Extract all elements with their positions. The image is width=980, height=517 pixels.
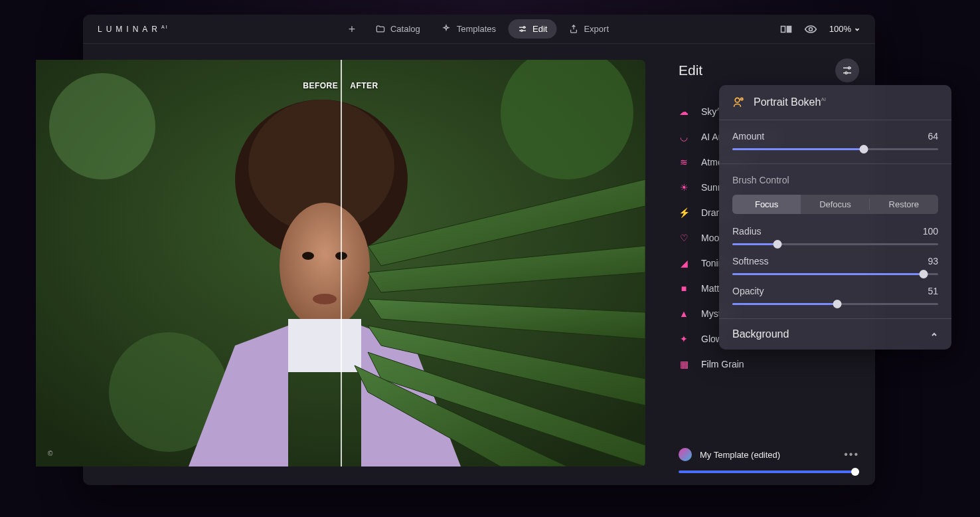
triangle-icon: ▲ [679, 308, 689, 319]
portrait-bokeh-panel: Portrait BokehAI Amount64 Brush Control … [719, 85, 951, 350]
svg-point-18 [735, 98, 740, 102]
radius-label: Radius [732, 226, 762, 237]
edit-tab[interactable]: Edit [508, 19, 556, 39]
svg-rect-2 [781, 26, 785, 32]
svg-point-11 [280, 203, 370, 329]
tool-label: Sky [701, 106, 716, 117]
plus-icon [347, 24, 357, 34]
segment-defocus[interactable]: Defocus [801, 195, 869, 214]
waves-icon: ≋ [679, 157, 689, 167]
rainbow-icon: ◡ [679, 132, 689, 142]
template-intensity-slider[interactable] [679, 470, 859, 473]
radius-slider[interactable]: Radius100 [732, 226, 938, 245]
tool-label: Film Grain [701, 359, 744, 369]
add-button[interactable] [340, 19, 363, 39]
folder-icon [375, 24, 385, 34]
export-tab[interactable]: Export [559, 19, 618, 39]
bucket-icon: ◢ [679, 258, 689, 268]
sun-icon: ☀ [679, 182, 689, 193]
segment-focus[interactable]: Focus [732, 195, 801, 214]
svg-rect-12 [288, 319, 361, 372]
brush-mode-segment: Focus Defocus Restore [732, 195, 938, 214]
export-label: Export [584, 24, 609, 34]
after-label: AFTER [350, 81, 378, 90]
templates-tab[interactable]: Templates [432, 19, 505, 39]
softness-value: 93 [928, 256, 938, 266]
chevron-down-icon [854, 26, 860, 33]
eye-icon[interactable] [804, 25, 817, 34]
svg-point-15 [313, 294, 337, 304]
opacity-slider[interactable]: Opacity51 [732, 286, 938, 305]
edit-header: Edit [679, 58, 859, 82]
portrait-icon [732, 96, 746, 109]
brush-control-title: Brush Control [732, 175, 938, 185]
amount-section: Amount64 [719, 120, 951, 163]
svg-rect-3 [787, 26, 791, 32]
opacity-value: 51 [928, 286, 938, 296]
canvas[interactable]: BEFORE AFTER © [36, 60, 645, 466]
before-label: BEFORE [303, 81, 338, 90]
segment-restore[interactable]: Restore [870, 195, 938, 214]
bolt-icon: ⚡ [679, 207, 689, 218]
opacity-label: Opacity [732, 286, 764, 296]
svg-point-4 [809, 27, 812, 31]
brush-control-section: Brush Control Focus Defocus Restore Radi… [719, 163, 951, 318]
zoom-dropdown[interactable]: 100% [829, 24, 860, 34]
softness-label: Softness [732, 256, 768, 266]
templates-label: Templates [457, 24, 496, 34]
app-name: LUMINAR [98, 25, 161, 34]
sliders-icon [517, 24, 527, 34]
heart-icon: ♡ [679, 233, 689, 243]
svg-point-1 [521, 30, 523, 32]
template-footer: My Template (edited) ••• [679, 448, 859, 461]
app-name-suffix: AI [161, 25, 169, 29]
slider-thumb[interactable] [774, 240, 782, 249]
slider-thumb[interactable] [860, 145, 868, 154]
background-section-toggle[interactable]: Background [719, 318, 951, 350]
copyright: © [48, 450, 52, 457]
softness-slider[interactable]: Softness93 [732, 256, 938, 275]
svg-point-6 [49, 73, 155, 179]
slider-thumb[interactable] [851, 468, 859, 476]
svg-point-19 [741, 98, 743, 100]
sliders-icon [841, 64, 853, 76]
svg-point-13 [302, 252, 314, 260]
panel-title: Portrait BokehAI [754, 96, 826, 108]
top-bar: LUMINARAI Catalog Templates Edit Export [83, 15, 875, 44]
before-after-labels: BEFORE AFTER [303, 81, 378, 90]
amount-label: Amount [732, 131, 764, 142]
film-icon: ▦ [679, 359, 689, 369]
edit-label: Edit [532, 24, 547, 34]
radius-value: 100 [923, 226, 938, 237]
compare-icon[interactable] [780, 25, 792, 34]
more-button[interactable]: ••• [844, 449, 859, 461]
catalog-label: Catalog [390, 24, 420, 34]
tool-film-grain[interactable]: ▦Film Grain [679, 356, 859, 372]
edit-title: Edit [679, 62, 702, 78]
sparkle-icon [442, 24, 451, 34]
svg-point-17 [845, 72, 847, 74]
panel-header: Portrait BokehAI [719, 85, 951, 120]
template-name: My Template (edited) [700, 450, 780, 460]
top-nav: Catalog Templates Edit Export [340, 19, 618, 39]
template-thumb [679, 448, 692, 461]
chevron-up-icon [930, 330, 938, 338]
square-icon: ■ [679, 283, 689, 294]
amount-value: 64 [928, 131, 938, 142]
svg-point-16 [849, 67, 851, 69]
slider-thumb[interactable] [920, 270, 928, 278]
cloud-icon: ☁ [679, 106, 689, 117]
app-logo: LUMINARAI [98, 25, 169, 34]
adjustments-button[interactable] [835, 58, 859, 82]
before-after-divider[interactable] [341, 60, 342, 466]
slider-thumb[interactable] [833, 300, 842, 308]
amount-slider[interactable]: Amount64 [732, 131, 938, 150]
background-label: Background [732, 328, 789, 340]
catalog-tab[interactable]: Catalog [366, 19, 430, 39]
top-right: 100% [780, 24, 860, 34]
svg-point-0 [523, 27, 525, 29]
sparkle-icon: ✦ [679, 334, 689, 344]
zoom-value: 100% [829, 24, 851, 34]
export-icon [568, 24, 578, 34]
